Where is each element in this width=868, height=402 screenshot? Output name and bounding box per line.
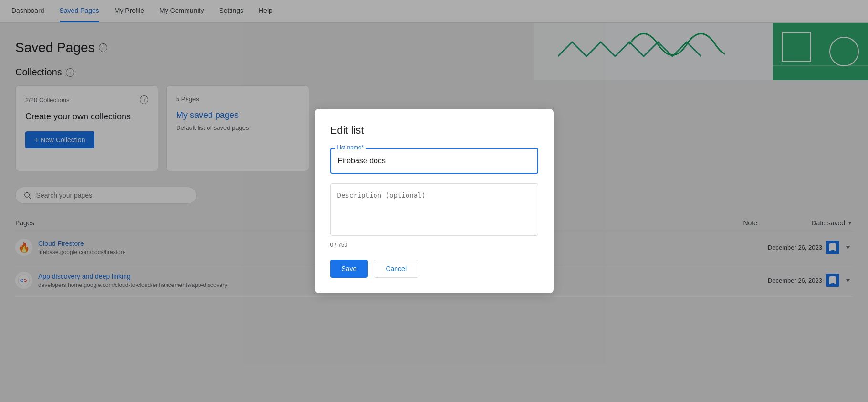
- edit-list-modal: Edit list List name* 0 / 750 Save Cancel: [315, 109, 554, 293]
- modal-overlay[interactable]: Edit list List name* 0 / 750 Save Cancel: [0, 0, 868, 402]
- char-count: 0 / 750: [330, 242, 538, 248]
- modal-title: Edit list: [330, 124, 538, 137]
- description-wrapper: [330, 183, 538, 238]
- list-name-field-wrapper: List name*: [330, 148, 538, 174]
- description-textarea[interactable]: [330, 183, 538, 236]
- modal-actions: Save Cancel: [330, 260, 538, 278]
- save-button[interactable]: Save: [330, 260, 368, 278]
- cancel-button[interactable]: Cancel: [374, 260, 418, 278]
- list-name-label: List name*: [335, 144, 366, 151]
- list-name-input[interactable]: [330, 148, 538, 174]
